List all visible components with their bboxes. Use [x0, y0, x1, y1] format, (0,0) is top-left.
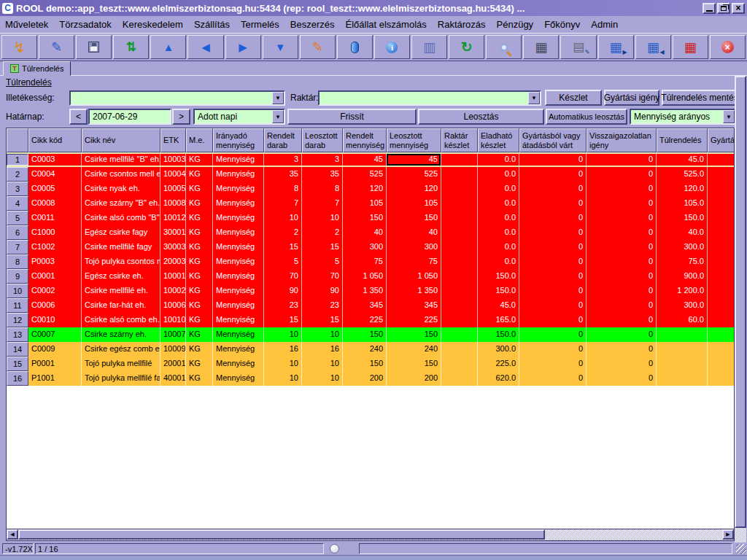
menu-item-admin[interactable]: Admin [591, 19, 618, 30]
tab-tulrendeles[interactable]: T Túlrendelés [3, 61, 71, 76]
cell-tulrendeles[interactable]: 60.0 [657, 313, 708, 327]
cell-rendelt-darab[interactable]: 10 [264, 371, 302, 386]
cell-rendelt-darab[interactable]: 3 [264, 154, 302, 166]
cell-gyartas[interactable] [708, 254, 735, 269]
cell-cikk-kod[interactable]: P0003 [28, 254, 82, 269]
cell-cikk-nev[interactable]: Csirke szárny eh. [82, 327, 160, 342]
row-number[interactable]: 8 [7, 254, 28, 269]
cell-raktar-keszlet[interactable] [441, 371, 478, 386]
vertical-scrollbar[interactable] [735, 76, 746, 542]
minimize-button[interactable] [703, 3, 716, 14]
cell-gyartas[interactable] [708, 225, 735, 240]
cell-cikk-nev[interactable]: Csirke csontos mell eh. [82, 167, 160, 182]
refresh-icon[interactable]: ↻ [449, 35, 484, 59]
cell-leosztott-darab[interactable]: 10 [302, 371, 343, 386]
column-header-cikk-kod[interactable]: Cikk kód [28, 128, 82, 152]
menu-item-penzugy[interactable]: Pénzügy [497, 19, 534, 30]
cell-etk[interactable]: 10004 [160, 167, 186, 182]
cell-iranyado-mennyiseg[interactable]: Mennyiség [213, 284, 264, 298]
column-header-tulrendeles[interactable]: Túlrendelés [657, 128, 708, 152]
cell-leosztott-darab[interactable]: 7 [302, 196, 343, 211]
cell-rendelt-darab[interactable]: 23 [264, 298, 302, 313]
cell-rendelt-mennyiseg[interactable]: 150 [343, 327, 387, 342]
vertical-scroll-thumb[interactable] [735, 76, 746, 528]
cell-eladhato-keszlet[interactable]: 0.0 [478, 196, 519, 211]
cell-etk[interactable]: 10003 [160, 154, 186, 166]
cell-leosztott-mennyiseg[interactable]: 120 [387, 182, 441, 196]
column-header-leosztott-mennyiseg[interactable]: Leosztott mennyiség [387, 128, 441, 152]
row-number[interactable]: 7 [7, 240, 28, 254]
column-header-leosztott-darab[interactable]: Leosztott darab [302, 128, 343, 152]
cell-raktar-keszlet[interactable] [441, 284, 478, 298]
cell-leosztott-darab[interactable]: 5 [302, 254, 343, 269]
cell-cikk-nev[interactable]: Egész csirke fagy [82, 225, 160, 240]
row-number[interactable]: 14 [7, 342, 28, 357]
cell-gyartas[interactable] [708, 211, 735, 225]
cell-leosztott-darab[interactable]: 15 [302, 240, 343, 254]
cell-leosztott-darab[interactable]: 15 [302, 313, 343, 327]
cell-gyartasbol-vagy-atadasbol-vart[interactable]: 0 [519, 182, 587, 196]
cell-cikk-kod[interactable]: C0005 [28, 182, 82, 196]
cell-iranyado-mennyiseg[interactable]: Mennyiség [213, 182, 264, 196]
row-number[interactable]: 16 [7, 371, 28, 386]
cell-eladhato-keszlet[interactable]: 0.0 [478, 167, 519, 182]
cell-etk[interactable]: 10010 [160, 313, 186, 327]
cell-visszaigazolatlan-igeny[interactable]: 0 [587, 357, 657, 371]
resize-grip[interactable] [736, 544, 746, 554]
cell-gyartasbol-vagy-atadasbol-vart[interactable]: 0 [519, 371, 587, 386]
cell-tulrendeles[interactable]: 120.0 [657, 182, 708, 196]
cell-rendelt-darab[interactable]: 2 [264, 225, 302, 240]
cell-cikk-nev[interactable]: Csirke mellfilé fagy [82, 240, 160, 254]
cell-gyartasbol-vagy-atadasbol-vart[interactable]: 0 [519, 254, 587, 269]
cell-me[interactable]: KG [186, 313, 213, 327]
scroll-right-icon[interactable]: ▶ [722, 529, 734, 540]
cell-tulrendeles[interactable] [657, 327, 708, 342]
arrow-left-icon[interactable]: ◀ [187, 35, 223, 59]
cell-cikk-kod[interactable]: C0011 [28, 211, 82, 225]
table-red-icon[interactable]: ▦ [673, 35, 708, 59]
cell-tulrendeles[interactable]: 525.0 [657, 167, 708, 182]
cell-leosztott-darab[interactable]: 90 [302, 284, 343, 298]
cell-rendelt-mennyiseg[interactable]: 1 350 [343, 284, 387, 298]
cell-visszaigazolatlan-igeny[interactable]: 0 [587, 240, 657, 254]
grid-dark-icon[interactable]: ▦ [523, 35, 559, 59]
column-header-eladhato-keszlet[interactable]: Eladható készlet [478, 128, 519, 152]
cell-leosztott-darab[interactable]: 70 [302, 269, 343, 284]
allocation-mode-combobox[interactable]: Mennyiség arányos ▼ [630, 109, 736, 125]
cell-raktar-keszlet[interactable] [441, 298, 478, 313]
cell-eladhato-keszlet[interactable]: 300.0 [478, 342, 519, 357]
row-number[interactable]: 1 [7, 154, 28, 166]
column-header-visszaigazolatlan-igeny[interactable]: Visszaigazolatlan igény [587, 128, 657, 152]
cell-raktar-keszlet[interactable] [441, 313, 478, 327]
cell-tulrendeles[interactable]: 1 200.0 [657, 284, 708, 298]
cell-gyartasbol-vagy-atadasbol-vart[interactable]: 0 [519, 240, 587, 254]
signature-icon[interactable]: ▤✎ [560, 35, 596, 59]
cell-visszaigazolatlan-igeny[interactable]: 0 [587, 298, 657, 313]
cell-gyartasbol-vagy-atadasbol-vart[interactable]: 0 [519, 167, 587, 182]
cell-raktar-keszlet[interactable] [441, 182, 478, 196]
cell-raktar-keszlet[interactable] [441, 269, 478, 284]
cell-cikk-nev[interactable]: Egész csirke eh. [82, 269, 160, 284]
cell-me[interactable]: KG [186, 154, 213, 166]
cell-gyartas[interactable] [708, 240, 735, 254]
cell-leosztott-mennyiseg[interactable]: 45 [387, 154, 441, 166]
cell-cikk-kod[interactable]: C0007 [28, 327, 82, 342]
cell-gyartasbol-vagy-atadasbol-vart[interactable]: 0 [519, 342, 587, 357]
info-icon[interactable]: i [374, 35, 410, 59]
lightning-icon[interactable]: ↯ [1, 35, 37, 59]
cell-leosztott-mennyiseg[interactable]: 240 [387, 342, 441, 357]
cell-me[interactable]: KG [186, 182, 213, 196]
arrow-right-icon[interactable]: ▶ [225, 35, 261, 59]
cell-iranyado-mennyiseg[interactable]: Mennyiség [213, 211, 264, 225]
horizontal-scrollbar[interactable]: ◀ ▶ [6, 529, 735, 541]
row-number[interactable]: 13 [7, 327, 28, 342]
cell-raktar-keszlet[interactable] [441, 211, 478, 225]
tulrendeles-mentes-button[interactable]: Túlrendelés mentés [662, 90, 738, 106]
cell-tulrendeles[interactable] [657, 357, 708, 371]
cell-rendelt-mennyiseg[interactable]: 150 [343, 357, 387, 371]
cell-leosztott-mennyiseg[interactable]: 150 [387, 327, 441, 342]
chevron-down-icon[interactable]: ▼ [528, 92, 540, 104]
cell-rendelt-mennyiseg[interactable]: 200 [343, 371, 387, 386]
menu-item-szallitas[interactable]: Szállítás [194, 19, 230, 30]
cell-visszaigazolatlan-igeny[interactable]: 0 [587, 154, 657, 166]
